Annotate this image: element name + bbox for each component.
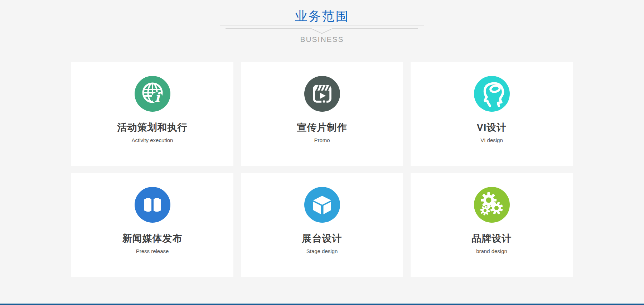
bottom-accent-bar — [0, 304, 644, 305]
service-card-stage-design[interactable]: 展台设计 Stage design — [241, 173, 403, 277]
gears-icon — [474, 187, 510, 223]
card-subtitle: Press release — [71, 248, 233, 255]
title-divider-chevron — [220, 25, 424, 35]
card-title: 新闻媒体发布 — [71, 232, 233, 245]
card-subtitle: Stage design — [241, 248, 403, 255]
service-card-promo[interactable]: 宣传片制作 Promo — [241, 62, 403, 166]
services-grid: i 活动策划和执行 Activity execution 宣传片制作 Promo — [71, 62, 573, 277]
clapperboard-video-icon — [304, 76, 340, 112]
card-subtitle: Activity execution — [71, 137, 233, 144]
globe-info-icon: i — [135, 76, 170, 112]
card-subtitle: Promo — [241, 137, 403, 144]
section-subtitle: BUSINESS — [0, 35, 644, 44]
service-card-activity-execution[interactable]: i 活动策划和执行 Activity execution — [71, 62, 233, 166]
card-title: 展台设计 — [241, 232, 403, 245]
service-card-vi-design[interactable]: VI设计 VI design — [411, 62, 573, 166]
section-title: 业务范围 — [0, 8, 644, 25]
card-subtitle: VI design — [411, 137, 573, 144]
service-card-brand-design[interactable]: 品牌设计 brand design — [411, 173, 573, 277]
cube-icon — [304, 187, 340, 223]
service-card-press-release[interactable]: 新闻媒体发布 Press release — [71, 173, 233, 277]
card-title: 活动策划和执行 — [71, 121, 233, 134]
card-title: 品牌设计 — [411, 232, 573, 245]
card-title: 宣传片制作 — [241, 121, 403, 134]
card-subtitle: brand design — [411, 248, 573, 255]
card-title: VI设计 — [411, 121, 573, 134]
open-book-icon — [135, 187, 170, 223]
head-profile-icon — [474, 76, 510, 112]
